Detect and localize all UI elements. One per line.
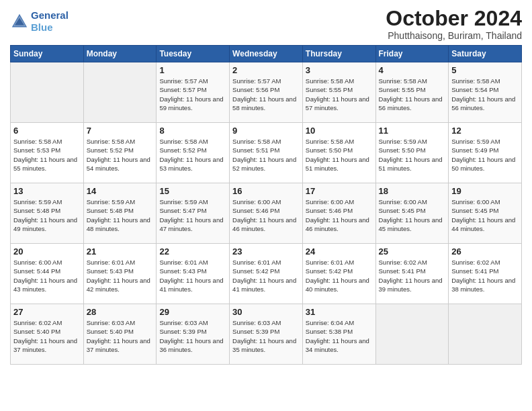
day-info: Sunrise: 5:59 AM Sunset: 5:48 PM Dayligh… [87,197,154,233]
day-info: Sunrise: 6:02 AM Sunset: 5:41 PM Dayligh… [379,258,446,293]
day-number: 23 [232,246,300,257]
calendar-day-cell: 23Sunrise: 6:01 AM Sunset: 5:42 PM Dayli… [230,244,303,304]
day-number: 18 [379,186,446,196]
calendar-day-cell: 12Sunrise: 5:59 AM Sunset: 5:49 PM Dayli… [449,123,522,183]
day-info: Sunrise: 5:57 AM Sunset: 5:56 PM Dayligh… [232,77,300,112]
calendar-week-row: 27Sunrise: 6:02 AM Sunset: 5:40 PM Dayli… [11,304,522,365]
day-number: 15 [159,186,226,196]
day-number: 1 [159,65,226,75]
day-number: 11 [379,126,446,136]
location-subtitle: Phutthaisong, Buriram, Thailand [386,30,522,41]
calendar-day-cell: 29Sunrise: 6:03 AM Sunset: 5:39 PM Dayli… [157,304,230,365]
calendar-day-cell: 20Sunrise: 6:00 AM Sunset: 5:44 PM Dayli… [11,244,84,304]
calendar-day-cell: 14Sunrise: 5:59 AM Sunset: 5:48 PM Dayli… [83,183,157,244]
calendar-day-cell [375,304,449,365]
calendar-day-cell: 31Sunrise: 6:04 AM Sunset: 5:38 PM Dayli… [302,304,375,365]
day-info: Sunrise: 6:01 AM Sunset: 5:43 PM Dayligh… [159,258,226,293]
day-number: 29 [159,307,226,317]
calendar-day-cell: 18Sunrise: 6:00 AM Sunset: 5:45 PM Dayli… [375,183,449,244]
calendar-day-cell: 16Sunrise: 6:00 AM Sunset: 5:46 PM Dayli… [230,183,303,244]
day-info: Sunrise: 5:58 AM Sunset: 5:54 PM Dayligh… [451,77,519,112]
calendar-day-cell [449,304,522,365]
weekday-header-cell: Thursday [302,46,375,62]
calendar-body: 1Sunrise: 5:57 AM Sunset: 5:57 PM Daylig… [11,62,522,365]
calendar-day-cell: 10Sunrise: 5:58 AM Sunset: 5:50 PM Dayli… [302,123,375,183]
calendar-day-cell: 1Sunrise: 5:57 AM Sunset: 5:57 PM Daylig… [157,62,230,123]
calendar-day-cell: 28Sunrise: 6:03 AM Sunset: 5:40 PM Dayli… [83,304,157,365]
day-info: Sunrise: 6:01 AM Sunset: 5:42 PM Dayligh… [232,258,300,293]
calendar-day-cell: 22Sunrise: 6:01 AM Sunset: 5:43 PM Dayli… [157,244,230,304]
day-number: 10 [306,126,373,136]
day-number: 28 [87,307,154,317]
calendar-day-cell: 9Sunrise: 5:58 AM Sunset: 5:51 PM Daylig… [230,123,303,183]
calendar-day-cell: 6Sunrise: 5:58 AM Sunset: 5:53 PM Daylig… [11,123,84,183]
day-number: 26 [451,246,519,257]
day-number: 19 [451,186,519,196]
calendar-day-cell: 4Sunrise: 5:58 AM Sunset: 5:55 PM Daylig… [375,62,449,123]
logo: General Blue [10,9,69,34]
day-info: Sunrise: 6:03 AM Sunset: 5:39 PM Dayligh… [159,318,226,354]
calendar-day-cell: 30Sunrise: 6:03 AM Sunset: 5:39 PM Dayli… [230,304,303,365]
day-number: 8 [159,126,226,136]
day-number: 31 [306,307,373,317]
day-number: 6 [13,126,81,136]
day-info: Sunrise: 6:00 AM Sunset: 5:44 PM Dayligh… [13,258,81,293]
day-info: Sunrise: 5:58 AM Sunset: 5:52 PM Dayligh… [159,137,226,173]
calendar-day-cell: 21Sunrise: 6:01 AM Sunset: 5:43 PM Dayli… [83,244,157,304]
day-info: Sunrise: 5:59 AM Sunset: 5:49 PM Dayligh… [451,137,519,173]
day-info: Sunrise: 6:00 AM Sunset: 5:45 PM Dayligh… [379,197,446,233]
header-area: General Blue October 2024 Phutthaisong, … [10,7,522,41]
day-number: 20 [13,246,81,257]
calendar-day-cell [83,62,157,123]
day-info: Sunrise: 6:00 AM Sunset: 5:46 PM Dayligh… [232,197,300,233]
day-number: 12 [451,126,519,136]
day-info: Sunrise: 5:59 AM Sunset: 5:50 PM Dayligh… [379,137,446,173]
calendar-week-row: 6Sunrise: 5:58 AM Sunset: 5:53 PM Daylig… [11,123,522,183]
calendar-table: SundayMondayTuesdayWednesdayThursdayFrid… [10,45,522,365]
day-number: 25 [379,246,446,257]
logo-icon [10,12,29,31]
day-info: Sunrise: 6:02 AM Sunset: 5:40 PM Dayligh… [13,318,81,354]
weekday-header-row: SundayMondayTuesdayWednesdayThursdayFrid… [11,46,522,62]
day-number: 30 [232,307,300,317]
day-info: Sunrise: 6:03 AM Sunset: 5:40 PM Dayligh… [87,318,154,354]
calendar-day-cell: 15Sunrise: 5:59 AM Sunset: 5:47 PM Dayli… [157,183,230,244]
title-block: October 2024 Phutthaisong, Buriram, Thai… [386,7,522,41]
day-number: 5 [451,65,519,75]
day-info: Sunrise: 5:59 AM Sunset: 5:47 PM Dayligh… [159,197,226,233]
day-number: 13 [13,186,81,196]
calendar-header: SundayMondayTuesdayWednesdayThursdayFrid… [11,46,522,62]
day-number: 27 [13,307,81,317]
day-number: 17 [306,186,373,196]
day-info: Sunrise: 6:03 AM Sunset: 5:39 PM Dayligh… [232,318,300,354]
day-info: Sunrise: 6:00 AM Sunset: 5:45 PM Dayligh… [451,197,519,233]
day-number: 7 [87,126,154,136]
day-info: Sunrise: 6:01 AM Sunset: 5:43 PM Dayligh… [87,258,154,293]
day-number: 4 [379,65,446,75]
weekday-header-cell: Friday [375,46,449,62]
day-number: 24 [306,246,373,257]
day-number: 2 [232,65,300,75]
weekday-header-cell: Saturday [449,46,522,62]
weekday-header-cell: Wednesday [230,46,303,62]
calendar-day-cell: 26Sunrise: 6:02 AM Sunset: 5:41 PM Dayli… [449,244,522,304]
weekday-header-cell: Monday [83,46,157,62]
calendar-day-cell: 17Sunrise: 6:00 AM Sunset: 5:46 PM Dayli… [302,183,375,244]
calendar-day-cell: 11Sunrise: 5:59 AM Sunset: 5:50 PM Dayli… [375,123,449,183]
calendar-day-cell: 24Sunrise: 6:01 AM Sunset: 5:42 PM Dayli… [302,244,375,304]
day-info: Sunrise: 6:02 AM Sunset: 5:41 PM Dayligh… [451,258,519,293]
day-info: Sunrise: 5:57 AM Sunset: 5:57 PM Dayligh… [159,77,226,112]
calendar-day-cell: 2Sunrise: 5:57 AM Sunset: 5:56 PM Daylig… [230,62,303,123]
day-info: Sunrise: 5:58 AM Sunset: 5:55 PM Dayligh… [379,77,446,112]
day-info: Sunrise: 5:59 AM Sunset: 5:48 PM Dayligh… [13,197,81,233]
weekday-header-cell: Sunday [11,46,84,62]
calendar-day-cell: 13Sunrise: 5:59 AM Sunset: 5:48 PM Dayli… [11,183,84,244]
month-title: October 2024 [386,7,522,30]
day-info: Sunrise: 5:58 AM Sunset: 5:52 PM Dayligh… [87,137,154,173]
day-number: 14 [87,186,154,196]
day-info: Sunrise: 5:58 AM Sunset: 5:53 PM Dayligh… [13,137,81,173]
day-number: 9 [232,126,300,136]
calendar-day-cell: 27Sunrise: 6:02 AM Sunset: 5:40 PM Dayli… [11,304,84,365]
page: General Blue October 2024 Phutthaisong, … [0,0,532,411]
day-number: 21 [87,246,154,257]
